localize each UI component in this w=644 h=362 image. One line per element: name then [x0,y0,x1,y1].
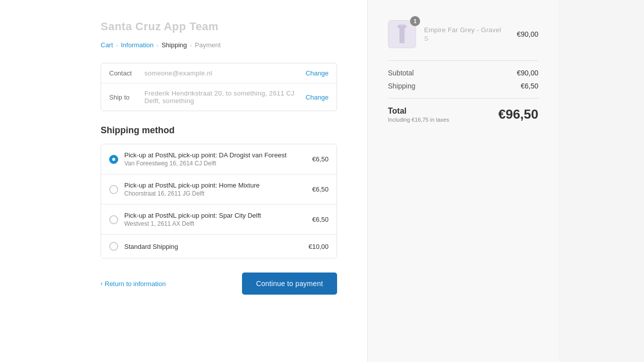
option-address-0: Van Foreestweg 16, 2614 CJ Delft [124,160,312,167]
option-name-3: Standard Shipping [124,243,308,250]
option-details-0: Pick-up at PostNL pick-up point: DA Drog… [124,151,312,167]
radio-1 [109,185,118,194]
total-label: Total [388,107,449,116]
shipping-method-section: Shipping method Pick-up at PostNL pick-u… [101,125,337,258]
shipping-section-title: Shipping method [101,125,337,136]
shipto-row: Ship to Frederik Hendrikstraat 20, to so… [101,83,337,111]
radio-0 [109,155,118,164]
return-link-label: Return to information [105,280,166,288]
return-to-information-link[interactable]: ‹ Return to information [101,280,166,288]
contact-label: Contact [109,69,144,77]
product-info: Empire Far Grey - Gravel S [424,26,517,42]
total-price: €96,50 [498,107,538,122]
continue-to-payment-button[interactable]: Continue to payment [242,273,337,295]
radio-inner-0 [112,158,115,161]
subtotal-row: Subtotal €90,00 [388,69,538,77]
option-details-1: Pick-up at PostNL pick-up point: Home Mi… [124,182,312,197]
option-address-2: Westvest 1, 2611 AX Delft [124,220,312,227]
shipping-row: Shipping €6,50 [388,82,538,90]
option-details-2: Pick-up at PostNL pick-up point: Spar Ci… [124,212,312,227]
product-variant: S [424,35,517,42]
option-address-1: Choorstraat 16, 2611 JG Delft [124,190,312,197]
divider-2 [388,98,538,99]
shipping-option-0[interactable]: Pick-up at PostNL pick-up point: DA Drog… [101,144,337,174]
store-title: Santa Cruz App Team [101,20,337,33]
shipping-label: Shipping [388,82,416,90]
breadcrumb-shipping: Shipping [162,41,187,49]
breadcrumb-sep-2: › [156,42,158,48]
left-panel: Santa Cruz App Team Cart › Information ›… [0,0,367,362]
bottom-actions: ‹ Return to information Continue to paym… [101,273,337,295]
shipping-value: €6,50 [521,82,538,90]
option-details-3: Standard Shipping [124,243,308,250]
total-label-group: Total Including €16,75 in taxes [388,107,449,123]
info-box: Contact someone@example.nl Change Ship t… [101,63,337,111]
shipto-value: Frederik Hendrikstraat 20, to something,… [144,89,305,105]
option-price-0: €6,50 [312,155,329,163]
total-row: Total Including €16,75 in taxes €96,50 [388,107,538,123]
shipping-option-2[interactable]: Pick-up at PostNL pick-up point: Spar Ci… [101,205,337,235]
subtotal-value: €90,00 [517,69,538,77]
right-panel: 1 Empire Far Grey - Gravel S €90,00 Subt… [367,0,558,362]
breadcrumb-information[interactable]: Information [121,41,153,49]
shipping-option-1[interactable]: Pick-up at PostNL pick-up point: Home Mi… [101,174,337,205]
contact-value: someone@example.nl [144,69,305,77]
shipto-label: Ship to [109,94,144,101]
contact-change[interactable]: Change [305,69,329,77]
return-chevron-icon: ‹ [101,280,103,287]
option-price-1: €6,50 [312,186,329,193]
divider-1 [388,60,538,61]
breadcrumb-sep-1: › [116,42,118,48]
contact-row: Contact someone@example.nl Change [101,63,337,83]
radio-2 [109,215,118,224]
radio-3 [109,242,118,251]
breadcrumb: Cart › Information › Shipping › Payment [101,41,337,49]
option-name-2: Pick-up at PostNL pick-up point: Spar Ci… [124,212,312,219]
shipto-change[interactable]: Change [305,94,329,101]
breadcrumb-payment: Payment [195,41,220,49]
breadcrumb-sep-3: › [190,42,192,48]
shipping-option-3[interactable]: Standard Shipping €10,00 [101,235,337,258]
total-tax-note: Including €16,75 in taxes [388,117,449,123]
option-price-2: €6,50 [312,216,329,223]
subtotal-label: Subtotal [388,69,414,77]
breadcrumb-cart[interactable]: Cart [101,41,113,49]
option-price-3: €10,00 [308,243,329,250]
product-image-container: 1 [388,20,416,48]
option-name-1: Pick-up at PostNL pick-up point: Home Mi… [124,182,312,189]
product-price: €90,00 [517,30,538,38]
product-thumbnail-svg [394,23,410,45]
product-item: 1 Empire Far Grey - Gravel S €90,00 [388,20,538,48]
product-quantity-badge: 1 [410,16,420,26]
shipping-options-list: Pick-up at PostNL pick-up point: DA Drog… [101,144,337,258]
product-name: Empire Far Grey - Gravel [424,26,517,34]
option-name-0: Pick-up at PostNL pick-up point: DA Drog… [124,151,312,159]
